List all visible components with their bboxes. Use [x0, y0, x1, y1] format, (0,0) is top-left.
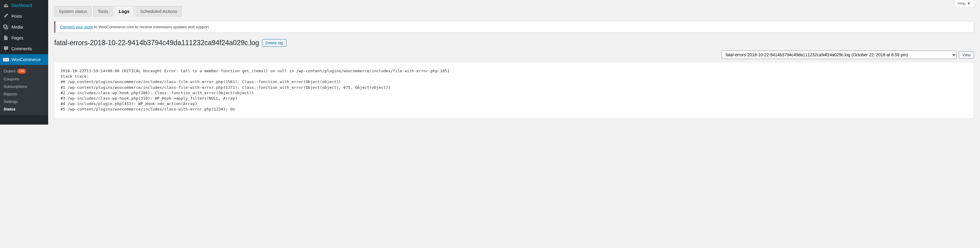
main-content: Help ▼ System status Tools Logs Schedule… — [48, 0, 980, 125]
submenu-item-label: Settings — [3, 99, 18, 104]
log-selector-row: fatal-errors-2018-10-22-9414b3794c49da11… — [54, 51, 974, 59]
dashboard-icon — [3, 2, 9, 8]
sidebar-item-label: Comments — [11, 46, 32, 51]
tab-tools[interactable]: Tools — [93, 6, 113, 17]
sidebar-item-label: Dashboard — [11, 3, 32, 8]
page-icon — [3, 35, 9, 41]
log-filename-title: fatal-errors-2018-10-22-9414b3794c49da11… — [54, 39, 259, 47]
submenu-item-subscriptions[interactable]: Subscriptions — [0, 83, 48, 90]
submenu-item-label: Status — [3, 107, 16, 111]
tab-logs[interactable]: Logs — [114, 6, 134, 17]
submenu-item-reports[interactable]: Reports — [0, 90, 48, 98]
sidebar-item-posts[interactable]: Posts — [0, 11, 48, 22]
tab-scheduled-actions[interactable]: Scheduled Actions — [135, 6, 181, 17]
log-file-select[interactable]: fatal-errors-2018-10-22-9414b3794c49da11… — [722, 51, 956, 59]
delete-log-button[interactable]: Delete log — [262, 39, 286, 47]
sidebar-item-label: Posts — [11, 14, 22, 19]
sidebar-item-comments[interactable]: Comments — [0, 43, 48, 54]
submenu-item-label: Coupons — [3, 77, 19, 81]
connect-store-notice: Connect your store to WooCommerce.com to… — [54, 21, 974, 33]
log-content-viewer: 2018-10-22T13:59:14+00:00 CRITICAL Uncau… — [54, 62, 974, 119]
submenu-item-orders[interactable]: Orders 248 — [0, 67, 48, 75]
submenu-item-label: Reports — [3, 92, 18, 96]
woocommerce-submenu: Orders 248 Coupons Subscriptions Reports… — [0, 65, 48, 115]
media-icon — [3, 24, 9, 30]
sidebar-item-woocommerce[interactable]: woo WooCommerce — [0, 54, 48, 65]
submenu-item-settings[interactable]: Settings — [0, 98, 48, 105]
submenu-item-label: Orders — [3, 69, 16, 73]
sidebar-item-label: WooCommerce — [11, 57, 41, 62]
submenu-item-coupons[interactable]: Coupons — [0, 75, 48, 83]
notice-text: to WooCommerce.com to receive extensions… — [93, 25, 210, 29]
submenu-item-status[interactable]: Status — [0, 105, 48, 113]
connect-store-link[interactable]: Connect your store — [60, 25, 93, 29]
submenu-item-label: Subscriptions — [3, 84, 27, 89]
orders-badge: 248 — [17, 68, 26, 74]
log-title-row: fatal-errors-2018-10-22-9414b3794c49da11… — [54, 39, 974, 47]
admin-sidebar: Dashboard Posts Media Pages Comments woo… — [0, 0, 48, 125]
sidebar-item-pages[interactable]: Pages — [0, 32, 48, 43]
pin-icon — [3, 13, 9, 19]
woocommerce-icon: woo — [3, 57, 9, 63]
view-button[interactable]: View — [959, 51, 974, 59]
sidebar-item-label: Media — [11, 25, 23, 30]
sidebar-item-dashboard[interactable]: Dashboard — [0, 0, 48, 11]
status-tabs: System status Tools Logs Scheduled Actio… — [54, 6, 974, 17]
comments-icon — [3, 46, 9, 52]
tab-system-status[interactable]: System status — [54, 6, 92, 17]
sidebar-item-label: Pages — [11, 35, 24, 40]
sidebar-item-media[interactable]: Media — [0, 22, 48, 32]
help-toggle[interactable]: Help ▼ — [955, 0, 974, 7]
